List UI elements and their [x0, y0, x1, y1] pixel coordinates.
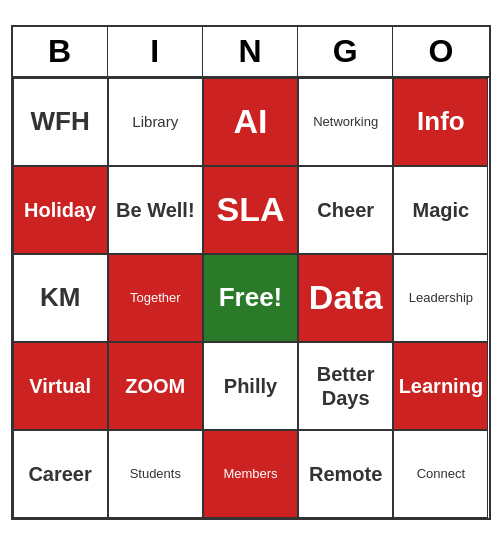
bingo-cell-16: ZOOM	[108, 342, 203, 430]
bingo-cell-10: KM	[13, 254, 108, 342]
bingo-cell-13: Data	[298, 254, 393, 342]
bingo-cell-20: Career	[13, 430, 108, 518]
bingo-cell-19: Learning	[393, 342, 488, 430]
bingo-cell-17: Philly	[203, 342, 298, 430]
bingo-cell-1: Library	[108, 78, 203, 166]
header-letter: G	[298, 27, 393, 76]
bingo-cell-3: Networking	[298, 78, 393, 166]
bingo-header: BINGO	[13, 27, 489, 78]
bingo-cell-5: Holiday	[13, 166, 108, 254]
bingo-cell-9: Magic	[393, 166, 488, 254]
bingo-cell-2: AI	[203, 78, 298, 166]
bingo-cell-24: Connect	[393, 430, 488, 518]
bingo-cell-23: Remote	[298, 430, 393, 518]
bingo-cell-11: Together	[108, 254, 203, 342]
bingo-cell-18: Better Days	[298, 342, 393, 430]
bingo-card: BINGO WFHLibraryAINetworkingInfoHolidayB…	[11, 25, 491, 520]
bingo-cell-7: SLA	[203, 166, 298, 254]
bingo-cell-8: Cheer	[298, 166, 393, 254]
bingo-cell-21: Students	[108, 430, 203, 518]
bingo-cell-0: WFH	[13, 78, 108, 166]
bingo-cell-22: Members	[203, 430, 298, 518]
bingo-cell-6: Be Well!	[108, 166, 203, 254]
header-letter: I	[108, 27, 203, 76]
bingo-cell-15: Virtual	[13, 342, 108, 430]
bingo-cell-4: Info	[393, 78, 488, 166]
bingo-cell-14: Leadership	[393, 254, 488, 342]
bingo-grid: WFHLibraryAINetworkingInfoHolidayBe Well…	[13, 78, 489, 518]
header-letter: B	[13, 27, 108, 76]
header-letter: N	[203, 27, 298, 76]
header-letter: O	[393, 27, 488, 76]
bingo-cell-12: Free!	[203, 254, 298, 342]
